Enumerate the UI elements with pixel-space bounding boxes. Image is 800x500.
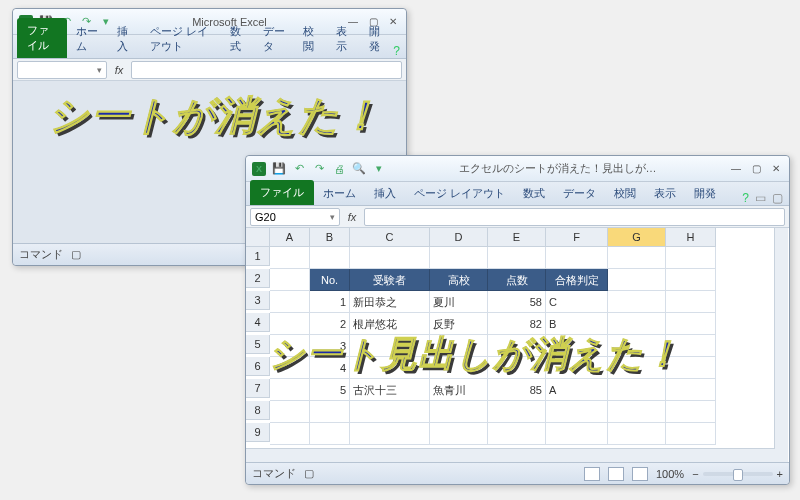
zoom-slider[interactable]: − + (692, 468, 783, 480)
tab-view[interactable]: 表示 (327, 20, 360, 58)
row-header[interactable]: 5 (246, 335, 270, 354)
tab-data[interactable]: データ (254, 20, 295, 58)
titlebar: X 💾 ↶ ↷ 🖨 🔍 ▾ エクセルのシートが消えた！見出しが… — ▢ ✕ (246, 156, 789, 182)
col-header[interactable]: D (430, 228, 488, 247)
formula-bar: fx (13, 59, 406, 81)
view-layout-button[interactable] (608, 467, 624, 481)
redo-icon[interactable]: ↷ (312, 162, 326, 176)
cell[interactable]: 魚青川 (430, 379, 488, 401)
tab-dev[interactable]: 開発 (360, 20, 393, 58)
window-controls: — ▢ ✕ (729, 163, 783, 175)
table-header[interactable]: 点数 (488, 269, 546, 291)
select-all-corner[interactable] (246, 228, 270, 247)
tab-formulas[interactable]: 数式 (221, 20, 254, 58)
tab-review[interactable]: 校閲 (605, 182, 645, 205)
col-header[interactable]: F (546, 228, 608, 247)
zoom-track[interactable] (703, 472, 773, 476)
cell[interactable] (270, 247, 310, 269)
table-header[interactable]: 受験者 (350, 269, 430, 291)
tab-data[interactable]: データ (554, 182, 605, 205)
status-mode: コマンド (19, 247, 63, 262)
overlay-caption-2: シート見出しが消えた！ (268, 330, 681, 379)
macro-record-icon[interactable]: ▢ (304, 467, 314, 480)
row-header[interactable]: 4 (246, 313, 270, 332)
maximize-button[interactable]: ▢ (749, 163, 763, 175)
overlay-caption-1: シートが消えた！ (48, 88, 381, 143)
cell[interactable]: 58 (488, 291, 546, 313)
view-pagebreak-button[interactable] (632, 467, 648, 481)
col-header[interactable]: A (270, 228, 310, 247)
window-title: エクセルのシートが消えた！見出しが… (386, 161, 729, 176)
formula-input[interactable] (364, 208, 785, 226)
cell[interactable]: 1 (310, 291, 350, 313)
print-icon[interactable]: 🖨 (332, 162, 346, 176)
vertical-scrollbar[interactable] (774, 228, 788, 462)
formula-input[interactable] (131, 61, 402, 79)
tab-home[interactable]: ホーム (314, 182, 365, 205)
tab-review[interactable]: 校閲 (294, 20, 327, 58)
cell[interactable]: 5 (310, 379, 350, 401)
qat-more-icon[interactable]: ▾ (372, 162, 386, 176)
row-header[interactable]: 9 (246, 423, 270, 442)
fx-icon[interactable]: fx (111, 62, 127, 78)
table-header[interactable]: 合格判定 (546, 269, 608, 291)
horizontal-scrollbar[interactable] (246, 448, 775, 462)
ribbon-tabs: ファイル ホーム 挿入 ページ レイアウト 数式 データ 校閲 表示 開発 ? … (246, 182, 789, 206)
col-header[interactable]: C (350, 228, 430, 247)
name-box[interactable]: G20 (250, 208, 340, 226)
cell[interactable]: A (546, 379, 608, 401)
name-box[interactable] (17, 61, 107, 79)
tab-file[interactable]: ファイル (250, 180, 314, 205)
col-header[interactable]: B (310, 228, 350, 247)
macro-record-icon[interactable]: ▢ (71, 248, 81, 261)
excel-window-data: X 💾 ↶ ↷ 🖨 🔍 ▾ エクセルのシートが消えた！見出しが… — ▢ ✕ フ… (245, 155, 790, 485)
zoom-in-icon[interactable]: + (777, 468, 783, 480)
col-header[interactable]: E (488, 228, 546, 247)
col-header[interactable]: H (666, 228, 716, 247)
cell[interactable]: 新田恭之 (350, 291, 430, 313)
row-header[interactable]: 8 (246, 401, 270, 420)
tab-layout[interactable]: ページ レイアウト (405, 182, 514, 205)
cell[interactable]: 古沢十三 (350, 379, 430, 401)
tab-insert[interactable]: 挿入 (365, 182, 405, 205)
help-icon[interactable]: ? (742, 191, 749, 205)
formula-bar: G20 fx (246, 206, 789, 228)
cell[interactable]: 夏川 (430, 291, 488, 313)
tab-file[interactable]: ファイル (17, 18, 67, 58)
ribbon-restore-icon[interactable]: ▢ (772, 191, 783, 205)
quick-access-toolbar: X 💾 ↶ ↷ 🖨 🔍 ▾ (252, 162, 386, 176)
ribbon-minimize-icon[interactable]: ▭ (755, 191, 766, 205)
row-header[interactable]: 2 (246, 269, 270, 288)
tab-formulas[interactable]: 数式 (514, 182, 554, 205)
fx-icon[interactable]: fx (344, 209, 360, 225)
tab-layout[interactable]: ページ レイアウト (141, 20, 221, 58)
close-button[interactable]: ✕ (769, 163, 783, 175)
cell[interactable]: C (546, 291, 608, 313)
table-header[interactable]: No. (310, 269, 350, 291)
tab-home[interactable]: ホーム (67, 20, 108, 58)
tab-view[interactable]: 表示 (645, 182, 685, 205)
status-mode: コマンド (252, 466, 296, 481)
ribbon-tabs: ファイル ホーム 挿入 ページ レイアウト 数式 データ 校閲 表示 開発 ? (13, 35, 406, 59)
undo-icon[interactable]: ↶ (292, 162, 306, 176)
minimize-button[interactable]: — (729, 163, 743, 175)
zoom-level[interactable]: 100% (656, 468, 684, 480)
cell[interactable]: 85 (488, 379, 546, 401)
row-header[interactable]: 1 (246, 247, 270, 266)
zoom-out-icon[interactable]: − (692, 468, 698, 480)
row-header[interactable]: 6 (246, 357, 270, 376)
row-header[interactable]: 3 (246, 291, 270, 310)
col-header-selected[interactable]: G (608, 228, 666, 247)
tab-insert[interactable]: 挿入 (108, 20, 141, 58)
tab-dev[interactable]: 開発 (685, 182, 725, 205)
preview-icon[interactable]: 🔍 (352, 162, 366, 176)
excel-app-icon: X (252, 162, 266, 176)
status-bar: コマンド ▢ 100% − + (246, 462, 789, 484)
save-icon[interactable]: 💾 (272, 162, 286, 176)
row-header[interactable]: 7 (246, 379, 270, 398)
help-icon[interactable]: ? (393, 44, 400, 58)
table-header[interactable]: 高校 (430, 269, 488, 291)
view-normal-button[interactable] (584, 467, 600, 481)
